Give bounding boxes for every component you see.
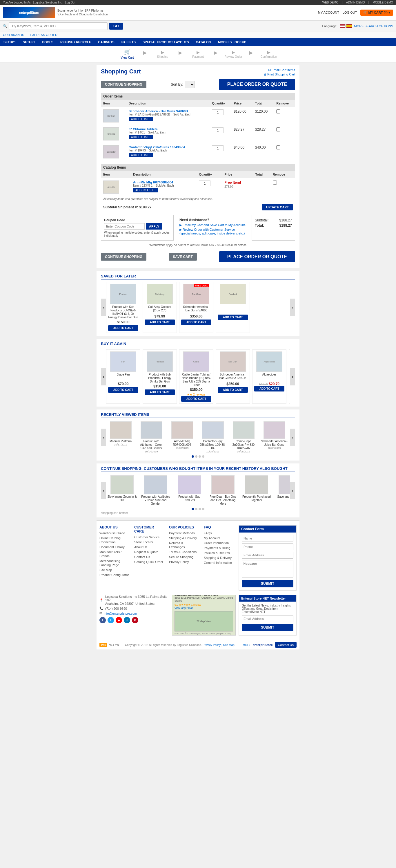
policy-link-2[interactable]: Shipping & Delivery bbox=[169, 536, 197, 540]
review-order-link[interactable]: ▶ Review Order with Customer Service (sp… bbox=[179, 228, 246, 235]
more-search-options-link[interactable]: MORE SEARCH OPTIONS bbox=[354, 24, 393, 28]
express-order-link[interactable]: EXPRESS ORDER bbox=[30, 33, 57, 37]
footer-email-link[interactable]: info@enterpristore.com bbox=[104, 612, 137, 615]
continue-shopping-top-button[interactable]: CONTINUE SHOPPING bbox=[101, 81, 146, 88]
viewed-carousel-prev-btn[interactable]: ‹ bbox=[101, 429, 106, 446]
contact-email-input[interactable] bbox=[242, 552, 293, 559]
nav-item-cabinets[interactable]: CABINETS bbox=[95, 38, 118, 46]
qty-input-2[interactable] bbox=[212, 127, 224, 133]
also-carousel-next-btn[interactable]: › bbox=[290, 482, 295, 499]
viewed-carousel-next-btn[interactable]: › bbox=[290, 429, 295, 446]
nav-item-refuse[interactable]: REFUSE / RECYCLE bbox=[57, 38, 95, 46]
carousel-prev-btn[interactable]: ‹ bbox=[101, 299, 106, 316]
contact-us-button[interactable]: Contact Us bbox=[275, 642, 297, 648]
add-to-list-btn-2[interactable]: ADD TO LIST... bbox=[129, 135, 153, 139]
coupon-input[interactable] bbox=[104, 223, 145, 229]
my-account-link[interactable]: MY ACCOUNT bbox=[318, 11, 339, 14]
add-to-cart-btn-saved-3[interactable]: ADD TO CART bbox=[181, 319, 211, 325]
site-map-link[interactable]: Site Map bbox=[223, 643, 234, 647]
policy-link-1[interactable]: Payment Methods bbox=[169, 531, 195, 535]
nav-item-setup2[interactable]: SETUP2 bbox=[20, 38, 39, 46]
faq-link-6[interactable]: Shipping & Delivery bbox=[204, 556, 232, 559]
add-to-list-btn-1[interactable]: ADD TO LIST... bbox=[129, 117, 153, 121]
cat-add-to-list-btn-1[interactable]: ADD TO LIST... bbox=[133, 188, 158, 192]
print-cart-link[interactable]: 🖨 Print Shopping Cart bbox=[263, 72, 295, 76]
cat-remove-checkbox-1[interactable] bbox=[273, 181, 277, 185]
username-link[interactable]: Logistica Solutions Inc. bbox=[33, 1, 63, 4]
contact-message-input[interactable] bbox=[242, 560, 293, 578]
our-brands-link[interactable]: OUR BRANDS bbox=[3, 33, 24, 37]
email-bottom-link[interactable]: Email » bbox=[241, 643, 250, 647]
nav-item-models[interactable]: MODELS LOOKUP bbox=[214, 38, 250, 46]
add-to-cart-btn-buy-3[interactable]: ADD TO CART bbox=[181, 396, 211, 402]
policy-link-5[interactable]: Secure Shopping bbox=[169, 555, 193, 559]
care-link-3[interactable]: About Us bbox=[134, 545, 147, 549]
buy-carousel-prev-btn[interactable]: ‹ bbox=[101, 368, 106, 385]
email-my-cart-link[interactable]: ▶ Email my Cart and Save Cart to My Acco… bbox=[179, 223, 246, 227]
social-youtube[interactable]: ▶ bbox=[116, 617, 122, 623]
update-cart-button[interactable]: UPDATE CART bbox=[262, 204, 293, 210]
place-order-top-button[interactable]: PLACE ORDER OR QUOTE bbox=[219, 79, 295, 90]
sort-select[interactable] bbox=[185, 81, 195, 88]
faq-link-3[interactable]: Order Information bbox=[204, 541, 229, 545]
admin-demo-link[interactable]: ADMIN DEMO bbox=[346, 1, 365, 4]
log-out-link[interactable]: LOG OUT bbox=[343, 11, 357, 14]
care-link-5[interactable]: Contact Us bbox=[134, 555, 150, 559]
web-demo-link[interactable]: WEB DEMO bbox=[322, 1, 339, 4]
remove-checkbox-2[interactable] bbox=[276, 127, 280, 131]
contact-phone-input[interactable] bbox=[242, 543, 293, 550]
about-link-6[interactable]: Site Map bbox=[99, 568, 112, 572]
cat-qty-input-1[interactable] bbox=[199, 181, 210, 186]
add-to-cart-btn-buy-1[interactable]: ADD TO CART bbox=[108, 387, 138, 393]
newsletter-submit-button[interactable]: SUBMIT bbox=[242, 624, 293, 631]
social-twitter[interactable]: t bbox=[107, 617, 114, 623]
privacy-policy-link[interactable]: Privacy Policy bbox=[203, 643, 221, 647]
add-to-cart-btn-saved-4[interactable]: ADD TO CART bbox=[218, 315, 248, 320]
add-to-list-btn-3[interactable]: ADD TO LIST... bbox=[129, 153, 153, 157]
add-to-cart-btn-buy-5[interactable]: ADD TO CART bbox=[254, 386, 285, 392]
policy-link-4[interactable]: Terms & Conditions bbox=[169, 550, 197, 554]
about-link-1[interactable]: Warehouse Guide bbox=[99, 531, 125, 535]
faq-link-4[interactable]: Payments & Billing bbox=[204, 546, 230, 550]
nav-item-pools[interactable]: POOLS bbox=[39, 38, 57, 46]
item-name-link-3[interactable]: Contactor-Sqqt 256a/35res 100438-04 bbox=[129, 145, 185, 149]
nav-item-catalog[interactable]: CATALOG bbox=[193, 38, 215, 46]
logout-link-top[interactable]: Log Out bbox=[65, 1, 75, 4]
policy-link-3[interactable]: Returns & Exchanges bbox=[169, 541, 185, 549]
add-to-cart-btn-saved-2[interactable]: ADD TO CART bbox=[145, 319, 175, 325]
about-link-3[interactable]: Document Library bbox=[99, 545, 125, 549]
nav-item-special[interactable]: SPECIAL PRODUCT LAYOUTS bbox=[139, 38, 193, 46]
faq-link-2[interactable]: My Account bbox=[204, 536, 220, 540]
social-facebook[interactable]: f bbox=[99, 617, 106, 623]
logo[interactable]: enterpriStore bbox=[3, 7, 55, 18]
cat-item-name-link-1[interactable]: Arm-Mtr Mfg R074008b004 bbox=[133, 181, 173, 184]
contact-submit-button[interactable]: SUBMIT bbox=[242, 580, 293, 587]
nav-item-setup1[interactable]: SETUP1 bbox=[0, 38, 20, 46]
place-order-bottom-button[interactable]: PLACE ORDER OR QUOTE bbox=[219, 251, 295, 262]
care-link-6[interactable]: Catalog Quick Order bbox=[134, 560, 163, 564]
qty-input-3[interactable] bbox=[212, 145, 224, 151]
continue-shopping-bottom-button[interactable]: CONTINUE SHOPPING bbox=[101, 253, 146, 260]
add-to-cart-btn-buy-2[interactable]: ADD TO CART bbox=[145, 390, 175, 395]
email-cart-items-link[interactable]: ✉ Email Cart Items bbox=[263, 68, 295, 72]
search-go-button[interactable]: GO bbox=[109, 23, 123, 30]
about-link-4[interactable]: Manufacturers / Brands bbox=[99, 550, 122, 558]
item-name-link-1[interactable]: Schroeder America - Bar Guns SA860B bbox=[129, 110, 188, 113]
care-link-4[interactable]: Request a Quote bbox=[134, 550, 158, 554]
faq-link-7[interactable]: General Information bbox=[204, 561, 232, 564]
care-link-1[interactable]: Customer Service bbox=[134, 535, 159, 539]
care-link-2[interactable]: Store Locator bbox=[134, 540, 153, 544]
social-pinterest[interactable]: P bbox=[132, 617, 138, 623]
faq-link-1[interactable]: FAQs bbox=[204, 531, 212, 535]
newsletter-email-input[interactable] bbox=[242, 615, 293, 622]
contact-name-input[interactable] bbox=[242, 535, 293, 542]
buy-carousel-next-btn[interactable]: › bbox=[290, 368, 295, 385]
about-link-5[interactable]: Merchandising Landing Page bbox=[99, 559, 120, 567]
add-to-cart-btn-buy-4[interactable]: ADD TO CART bbox=[218, 387, 248, 393]
remove-checkbox-3[interactable] bbox=[276, 145, 280, 150]
carousel-next-btn[interactable]: › bbox=[290, 299, 295, 316]
qty-input-1[interactable] bbox=[212, 110, 224, 115]
mobile-demo-link[interactable]: MOBILE DEMO bbox=[372, 1, 393, 4]
about-link-7[interactable]: Product Configurator bbox=[99, 573, 129, 577]
about-link-2[interactable]: Online Catalog Connection bbox=[99, 536, 121, 544]
